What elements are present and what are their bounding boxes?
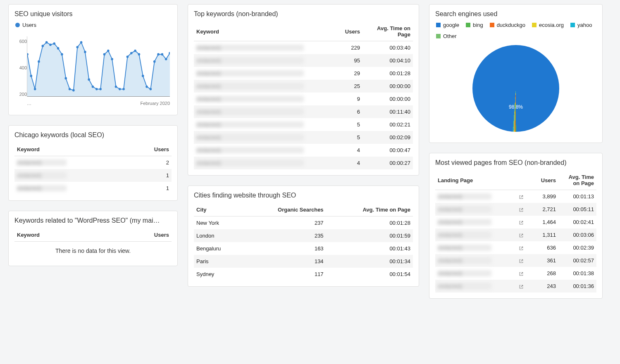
- table-row[interactable]: (redacted)2900:01:28: [194, 67, 413, 80]
- col-keyword[interactable]: Keyword: [14, 228, 106, 242]
- legend-item-bing[interactable]: bing: [466, 22, 483, 28]
- col-link: [516, 171, 531, 190]
- col-landing-page[interactable]: Landing Page: [435, 171, 516, 190]
- table-row[interactable]: London23500:01:59: [194, 229, 413, 242]
- cell-users: 9: [337, 93, 362, 105]
- svg-point-7: [53, 43, 55, 45]
- col-keyword[interactable]: Keyword: [194, 22, 337, 41]
- svg-point-31: [145, 86, 148, 88]
- table-row[interactable]: Paris13400:01:34: [194, 255, 413, 268]
- svg-point-23: [115, 86, 117, 88]
- table-row[interactable]: (redacted)26800:01:38: [435, 267, 596, 280]
- svg-point-27: [130, 52, 133, 55]
- col-searches[interactable]: Organic Searches: [243, 203, 326, 216]
- pie-chart[interactable]: 98.8%: [435, 42, 596, 137]
- table-row[interactable]: (redacted)1,31100:03:06: [435, 228, 596, 241]
- empty-state: There is no data for this view.: [14, 242, 172, 260]
- external-link-icon: [519, 195, 524, 200]
- svg-point-32: [150, 88, 152, 90]
- cell-city: Bengaluru: [194, 242, 243, 255]
- col-users[interactable]: Users: [129, 143, 172, 156]
- cell-link[interactable]: [516, 216, 531, 228]
- external-link-icon: [519, 207, 524, 212]
- legend-item-duckduckgo[interactable]: duckduckgo: [490, 22, 525, 28]
- cell-link[interactable]: [516, 203, 531, 216]
- table-row[interactable]: (redacted)2: [14, 156, 172, 169]
- legend-item-other[interactable]: Other: [436, 33, 457, 39]
- cell-link[interactable]: [516, 190, 531, 203]
- cell-users: 2,721: [531, 203, 558, 216]
- external-link-icon: [519, 220, 524, 225]
- cell-link[interactable]: [516, 241, 531, 254]
- svg-point-33: [153, 60, 156, 63]
- cell-users: 5: [337, 118, 362, 131]
- cell-link[interactable]: [516, 254, 531, 267]
- svg-point-12: [72, 89, 75, 92]
- table-row[interactable]: Sydney11700:01:54: [194, 268, 413, 281]
- table-row[interactable]: (redacted)500:02:09: [194, 131, 413, 144]
- cell-link[interactable]: [516, 228, 531, 241]
- legend-item-users[interactable]: Users: [15, 22, 36, 28]
- table-row[interactable]: (redacted)1: [14, 169, 172, 182]
- table-row[interactable]: (redacted)2,72100:05:11: [435, 203, 596, 216]
- col-users[interactable]: Users: [106, 228, 172, 242]
- y-tick: 400: [19, 65, 27, 70]
- line-chart[interactable]: 600 400 200 … February 2020: [14, 31, 172, 109]
- table-row[interactable]: (redacted)3,89900:01:13: [435, 190, 596, 203]
- cell-users: 243: [531, 280, 558, 293]
- cell-city: Sydney: [194, 268, 243, 281]
- col-keyword[interactable]: Keyword: [14, 143, 129, 156]
- cell-page: (redacted): [435, 190, 516, 203]
- table-row[interactable]: (redacted)24300:01:36: [435, 280, 596, 293]
- cell-users: 229: [337, 41, 362, 55]
- table-row[interactable]: Bengaluru16300:01:43: [194, 242, 413, 255]
- svg-point-26: [126, 55, 129, 58]
- cell-link[interactable]: [516, 267, 531, 280]
- legend-item-ecosia[interactable]: ecosia.org: [532, 22, 564, 28]
- table-row[interactable]: (redacted)1,46400:02:41: [435, 216, 596, 228]
- legend-label: google: [443, 22, 459, 28]
- col-avg-time[interactable]: Avg. Time on Page: [326, 203, 413, 216]
- table-row[interactable]: (redacted)63600:02:39: [435, 241, 596, 254]
- table-row[interactable]: (redacted)9500:04:10: [194, 54, 413, 67]
- col-users[interactable]: Users: [337, 22, 362, 41]
- card-title: Keywords related to "WordPress SEO" (my …: [14, 217, 172, 224]
- svg-point-8: [57, 47, 60, 50]
- table-row[interactable]: (redacted)500:02:21: [194, 118, 413, 131]
- legend-item-google[interactable]: google: [436, 22, 459, 28]
- cell-avg-time: 00:01:34: [326, 255, 413, 268]
- table-row[interactable]: (redacted)400:00:47: [194, 144, 413, 157]
- cell-page: (redacted): [435, 216, 516, 228]
- col-avg-time[interactable]: Avg. Time on Page: [362, 22, 413, 41]
- cell-link[interactable]: [516, 280, 531, 293]
- cell-page: (redacted): [435, 280, 516, 293]
- card-title: Cities finding website through SEO: [194, 192, 413, 199]
- y-axis: 600 400 200: [14, 39, 29, 97]
- col-users[interactable]: Users: [531, 171, 558, 190]
- cell-avg-time: 00:02:41: [558, 216, 596, 228]
- table-row[interactable]: (redacted)900:00:00: [194, 93, 413, 105]
- table-row[interactable]: (redacted)1: [14, 182, 172, 195]
- legend-item-yahoo[interactable]: yahoo: [570, 22, 592, 28]
- table-row[interactable]: (redacted)22900:03:40: [194, 41, 413, 55]
- card-cities: Cities finding website through SEO City …: [188, 186, 419, 287]
- cell-avg-time: 00:00:00: [362, 93, 413, 105]
- cell-keyword: (redacted): [194, 118, 337, 131]
- col-avg-time[interactable]: Avg. Time on Page: [558, 171, 596, 190]
- wp-table: Keyword Users: [14, 228, 172, 242]
- svg-point-24: [119, 88, 121, 90]
- cell-users: 268: [531, 267, 558, 280]
- svg-point-21: [107, 50, 110, 52]
- cell-avg-time: 00:01:28: [326, 216, 413, 230]
- col-city[interactable]: City: [194, 203, 243, 216]
- table-row[interactable]: (redacted)600:11:40: [194, 105, 413, 118]
- table-row[interactable]: (redacted)400:00:27: [194, 157, 413, 169]
- y-tick: 600: [19, 39, 27, 44]
- table-row[interactable]: (redacted)36100:02:57: [435, 254, 596, 267]
- svg-point-2: [34, 88, 36, 90]
- chicago-table: Keyword Users (redacted)2(redacted)1(red…: [14, 143, 172, 195]
- table-row[interactable]: (redacted)2500:00:00: [194, 80, 413, 93]
- table-row[interactable]: New York23700:01:28: [194, 216, 413, 230]
- cell-keyword: (redacted): [194, 131, 337, 144]
- card-title: Most viewed pages from SEO (non-branded): [435, 159, 596, 167]
